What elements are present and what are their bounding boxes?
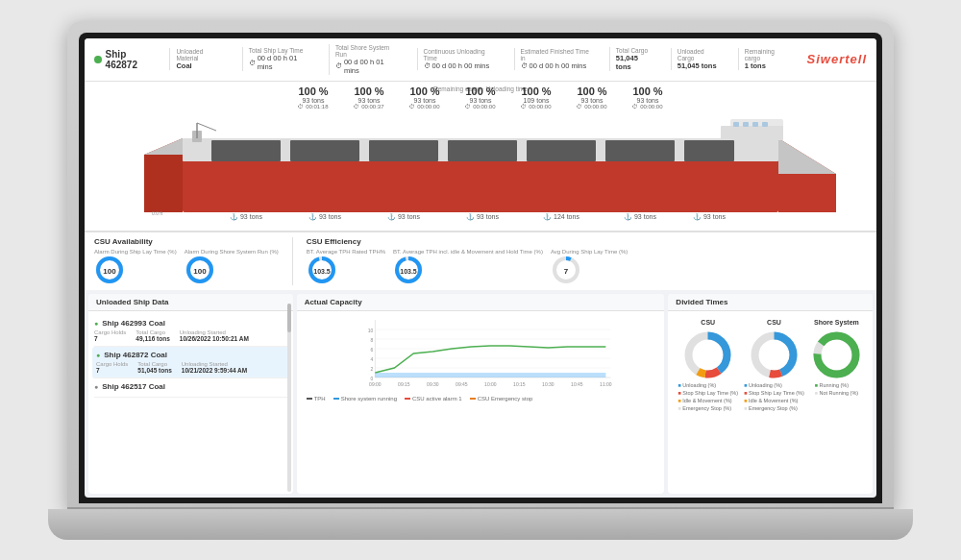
donut-csu-1-label: CSU xyxy=(701,319,715,326)
divided-times-header: Divided Times xyxy=(668,294,873,311)
cargo-hold-4: 100 % 93 tons ⏱ 00:00:00 xyxy=(456,85,505,110)
hold-2-time: ⏱ 00:00:37 xyxy=(354,104,383,110)
donut-1-legend-3: ■ Idle & Movement (%) xyxy=(678,397,738,404)
svg-rect-7 xyxy=(721,126,783,140)
svg-text:10:30: 10:30 xyxy=(542,381,554,387)
svg-text:11:00: 11:00 xyxy=(600,381,612,387)
clock-icon-2: ⏱ xyxy=(335,62,342,69)
scrollbar-thumb[interactable] xyxy=(287,304,291,332)
ship-list-item-1[interactable]: ● Ship 462993 Coal Cargo Holds 7 xyxy=(94,315,287,347)
estimated-finished-label: Estimated Finished Time in xyxy=(521,48,592,61)
shore-system-run-value: 00 d 00 h 01 mins xyxy=(344,58,400,75)
cargo-hold-7: 100 % 93 tons ⏱ 00:00:00 xyxy=(623,85,673,110)
svg-line-14 xyxy=(197,123,216,131)
donut-row: CSU ■ Unloading (%) xyxy=(674,315,867,417)
ship-item-title-3: ● Ship 462517 Coal xyxy=(94,382,287,391)
svg-text:⚓ 93 tons: ⚓ 93 tons xyxy=(466,212,499,221)
donut-1-legend-2: ■ Stop Ship Lay Time (%) xyxy=(678,389,738,397)
ship-item-name-3: Ship 462517 Coal xyxy=(102,382,165,391)
svg-text:8: 8 xyxy=(370,337,373,343)
ship-list-item-3[interactable]: ● Ship 462517 Coal xyxy=(94,378,287,398)
donut-csu-2: CSU ■ Unloading (%) ■ St xyxy=(744,319,804,413)
donut-shore-label: Shore System xyxy=(814,319,859,326)
shore-system-run-label: Total Shore System Run xyxy=(335,44,400,58)
hold-7-tons: 93 tons xyxy=(637,97,659,104)
remaining-cargo-label: Remaining cargo xyxy=(745,48,790,61)
top-header: Ship 462872 Unloaded Material Coal Total… xyxy=(85,38,876,82)
svg-text:7: 7 xyxy=(564,267,569,276)
svg-text:⚓ 93 tons: ⚓ 93 tons xyxy=(387,212,420,221)
ship-2-holds: Cargo Holds 7 xyxy=(96,361,128,374)
unloaded-material-metric: Unloaded Material Coal xyxy=(169,48,230,70)
ship-2-cargo: Total Cargo 51,045 tons xyxy=(137,361,171,374)
legend-shore-label: Shore system running xyxy=(341,396,397,402)
scrollbar[interactable] xyxy=(287,304,291,492)
shore-system-run-value-row: ⏱ 00 d 00 h 01 mins xyxy=(335,58,400,75)
unloaded-cargo-metric: Unloaded Cargo 51,045 tons xyxy=(671,48,727,70)
svg-text:10:00: 10:00 xyxy=(484,381,497,387)
svg-text:6: 6 xyxy=(370,347,373,353)
ship-list-panel-header: Unloaded Ship Data xyxy=(88,294,293,311)
chart-legend: TPH Shore system running CSU active alar… xyxy=(303,394,659,403)
remaining-cargo-metric: Remaining cargo 1 tons xyxy=(738,48,796,70)
donut-3-legend-2: ■ Not Running (%) xyxy=(815,389,859,397)
svg-rect-10 xyxy=(752,122,758,127)
ship-list-item-2[interactable]: ● Ship 462872 Coal Cargo Holds 7 xyxy=(92,347,289,378)
ship-item-title-1: ● Ship 462993 Coal xyxy=(94,319,287,328)
ship-item-title-2: ● Ship 462872 Coal xyxy=(96,351,285,359)
total-cargo-metric: Total Cargo 51,045 tons xyxy=(609,47,659,71)
legend-emergency-label: CSU Emergency stop xyxy=(478,396,533,402)
csu-efficiency-group: CSU Efficiency BT. Average TPH Rated TPH… xyxy=(307,237,628,285)
cargo-hold-3: 100 % 93 tons ⏱ 00:00:00 xyxy=(400,85,450,110)
bottom-panels: Unloaded Ship Data ● Ship 462993 Coal xyxy=(85,290,876,498)
svg-text:09:15: 09:15 xyxy=(398,381,410,387)
hold-1-time: ⏱ 00:01:18 xyxy=(298,104,328,110)
total-cargo-label: Total Cargo xyxy=(616,47,653,54)
donut-2-legend-4: ■ Emergency Stop (%) xyxy=(744,404,804,412)
laptop-container: Ship 462872 Unloaded Material Coal Total… xyxy=(67,21,894,540)
cargo-hold-1: 100 % 93 tons ⏱ 00:01:18 xyxy=(288,85,338,110)
hold-2-tons: 93 tons xyxy=(358,97,381,104)
ship-status-dot-3: ● xyxy=(94,383,98,390)
svg-marker-5 xyxy=(144,138,183,155)
svg-rect-20 xyxy=(605,140,675,161)
hold-6-pct: 100 % xyxy=(577,85,606,97)
ship-svg: ⚓ 93 tons ⚓ 93 tons ⚓ 93 tons ⚓ 93 tons … xyxy=(125,111,836,222)
svg-text:100: 100 xyxy=(193,267,207,276)
csu-efficiency-metrics: BT. Average TPH Rated TPH% 103.5 BT. Ave… xyxy=(307,249,628,285)
capacity-chart-panel: Actual Capacity xyxy=(297,294,665,494)
donut-2-legend-2: ■ Stop Ship Lay Time (%) xyxy=(744,389,804,397)
remaining-cargo-value: 1 tons xyxy=(745,61,790,70)
svg-text:10:15: 10:15 xyxy=(513,381,526,387)
svg-text:⚓ 93 tons: ⚓ 93 tons xyxy=(230,212,262,221)
donut-svg-1 xyxy=(681,329,734,381)
estimated-finished-value: 00 d 00 h 00 mins xyxy=(530,61,587,70)
donut-1-legend-1: ■ Unloading (%) xyxy=(678,381,738,389)
ship-1-cargo-value: 49,116 tons xyxy=(136,335,169,342)
csu-availability-group: CSU Availability Alarm During Ship Lay T… xyxy=(94,237,279,285)
svg-text:103.5: 103.5 xyxy=(313,268,331,275)
csu-gauge-2: 100 xyxy=(185,255,215,285)
hold-3-pct: 100 % xyxy=(409,85,439,97)
ship-1-cargo: Total Cargo 49,116 tons xyxy=(136,329,169,342)
legend-alarm-label: CSU active alarm 1 xyxy=(412,396,462,402)
laptop-base xyxy=(48,509,913,540)
csu-efficiency-lay: Avg During Ship Lay Time (%) 7 xyxy=(551,249,628,285)
donut-2-legend-3: ■ Idle & Movement (%) xyxy=(744,397,804,404)
svg-text:10:45: 10:45 xyxy=(571,381,583,387)
hold-1-tons: 93 tons xyxy=(303,97,325,104)
svg-rect-0 xyxy=(183,159,778,212)
csu-availability-title: CSU Availability xyxy=(94,237,279,246)
hold-6-tons: 93 tons xyxy=(581,97,604,104)
cargo-hold-5: 100 % 109 tons ⏱ 00:00:00 xyxy=(511,85,561,110)
legend-emergency: CSU Emergency stop xyxy=(470,396,533,402)
svg-text:⚓ 124 tons: ⚓ 124 tons xyxy=(543,212,579,221)
ship-list-content: ● Ship 462993 Coal Cargo Holds 7 xyxy=(88,311,293,494)
hold-7-pct: 100 % xyxy=(632,85,662,97)
divided-times-panel: Divided Times CSU xyxy=(668,294,873,494)
continuous-unloading-value: 00 d 00 h 00 mins xyxy=(432,61,490,70)
svg-text:⚓ 93 tons: ⚓ 93 tons xyxy=(693,212,726,221)
ship-item-name-1: Ship 462993 Coal xyxy=(102,319,165,328)
ship-1-holds-value: 7 xyxy=(94,335,126,342)
unloaded-material-value: Coal xyxy=(176,61,224,70)
